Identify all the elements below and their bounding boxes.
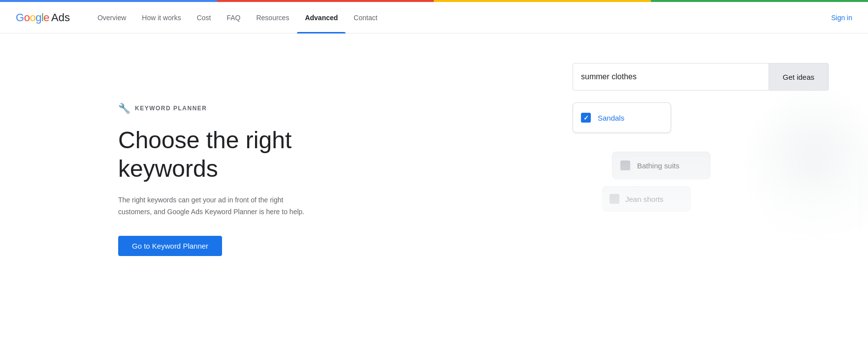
jean-shorts-label: Jean shorts [625, 195, 664, 203]
main-headline: Choose the right keywords [118, 126, 345, 183]
nav-item-overview[interactable]: Overview [90, 2, 134, 33]
logo-o2: o [30, 11, 35, 24]
search-bar-container: summer clothes Get ideas [573, 63, 829, 91]
result-card-jean-shorts[interactable]: Jean shorts [602, 186, 691, 212]
google-ads-logo[interactable]: Google Ads [16, 11, 70, 24]
nav-item-cost[interactable]: Cost [189, 2, 219, 33]
checkbox-bathing-suits[interactable] [620, 161, 630, 170]
nav-item-resources[interactable]: Resources [248, 2, 297, 33]
bathing-suits-label: Bathing suits [637, 161, 679, 170]
header: Google Ads Overview How it works Cost FA… [0, 2, 868, 33]
logo-e: e [43, 11, 49, 24]
cta-keyword-planner-button[interactable]: Go to Keyword Planner [118, 236, 222, 256]
logo-o1: o [24, 11, 30, 24]
checkbox-jean-shorts[interactable] [610, 194, 619, 204]
main-nav: Overview How it works Cost FAQ Resources… [90, 2, 831, 33]
main-content: 🔧 KEYWORD PLANNER Choose the right keywo… [0, 33, 868, 354]
right-illustration: summer clothes Get ideas Sandals Bathing… [573, 63, 829, 250]
search-input-display[interactable]: summer clothes [573, 63, 769, 91]
checkbox-sandals[interactable] [581, 113, 591, 123]
result-card-bathing-suits[interactable]: Bathing suits [612, 152, 710, 179]
sign-in-button[interactable]: Sign in [831, 14, 852, 22]
nav-item-faq[interactable]: FAQ [219, 2, 248, 33]
sandals-label: Sandals [598, 114, 624, 122]
nav-item-how-it-works[interactable]: How it works [134, 2, 189, 33]
keyword-planner-text: KEYWORD PLANNER [135, 105, 207, 112]
logo-g2: g [35, 11, 41, 24]
nav-item-advanced[interactable]: Advanced [297, 2, 346, 33]
left-content: 🔧 KEYWORD PLANNER Choose the right keywo… [118, 73, 345, 317]
logo-ads: Ads [51, 11, 70, 24]
result-card-sandals[interactable]: Sandals [573, 102, 671, 133]
nav-item-contact[interactable]: Contact [346, 2, 385, 33]
main-description: The right keywords can get your ad in fr… [118, 194, 305, 218]
bg-decoration [740, 83, 868, 255]
wrench-icon: 🔧 [118, 102, 130, 114]
keyword-planner-label: 🔧 KEYWORD PLANNER [118, 102, 345, 114]
logo-g: G [16, 11, 24, 24]
results-area: Sandals Bathing suits Jean shorts [573, 102, 829, 250]
